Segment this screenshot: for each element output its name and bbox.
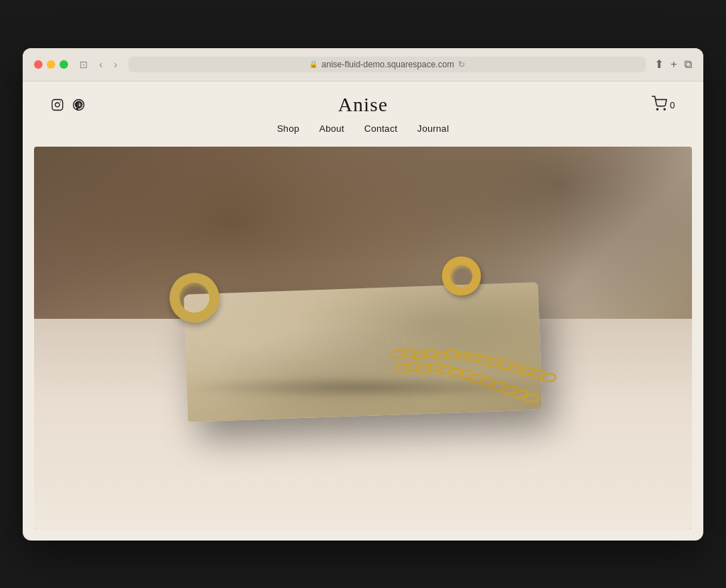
address-bar[interactable]: 🔒 anise-fluid-demo.squarespace.com ↻ [128,57,645,72]
hero-section: NEW COLLECTION Universal — Shop Now Crea… [34,147,692,529]
site-content: Anise 0 Shop About Contact Jour [23,81,703,529]
nav-about[interactable]: About [319,123,344,134]
maximize-button[interactable] [60,60,68,69]
browser-window: ⊡ ‹ › 🔒 anise-fluid-demo.squarespace.com… [23,48,703,541]
nav-journal[interactable]: Journal [418,123,449,134]
nav-contact[interactable]: Contact [364,123,398,134]
windows-button[interactable]: ⧉ [684,58,692,71]
traffic-lights [34,60,68,69]
new-tab-button[interactable]: + [671,58,677,71]
reload-icon[interactable]: ↻ [458,60,465,69]
browser-actions: ⬆ + ⧉ [654,57,692,71]
sidebar-toggle[interactable]: ⊡ [77,57,91,72]
header-top: Anise 0 [51,96,675,115]
browser-chrome: ⊡ ‹ › 🔒 anise-fluid-demo.squarespace.com… [23,48,703,81]
svg-point-3 [657,108,658,110]
cart-count: 0 [670,100,675,111]
stone-prop [184,282,542,422]
lock-icon: 🔒 [309,60,318,68]
hero-background [34,147,692,529]
site-header: Anise 0 Shop About Contact Jour [23,81,703,147]
close-button[interactable] [34,60,43,69]
cart-icon [652,96,667,115]
pinterest-icon[interactable] [72,98,85,111]
browser-controls: ⊡ ‹ › [77,57,120,72]
svg-point-1 [55,103,60,107]
svg-rect-5 [391,350,406,358]
minimize-button[interactable] [47,60,55,69]
back-button[interactable]: ‹ [96,57,106,72]
social-icons [51,98,85,111]
site-title: Anise [338,94,388,116]
url-text: anise-fluid-demo.squarespace.com [322,60,454,69]
nav-shop[interactable]: Shop [277,123,300,134]
cart-button[interactable]: 0 [652,96,675,115]
instagram-icon[interactable] [51,98,64,111]
site-nav: Shop About Contact Journal [277,118,449,140]
svg-rect-0 [52,100,63,111]
share-button[interactable]: ⬆ [654,57,664,71]
forward-button[interactable]: › [111,57,121,72]
svg-point-4 [664,108,665,110]
svg-point-2 [60,101,61,103]
